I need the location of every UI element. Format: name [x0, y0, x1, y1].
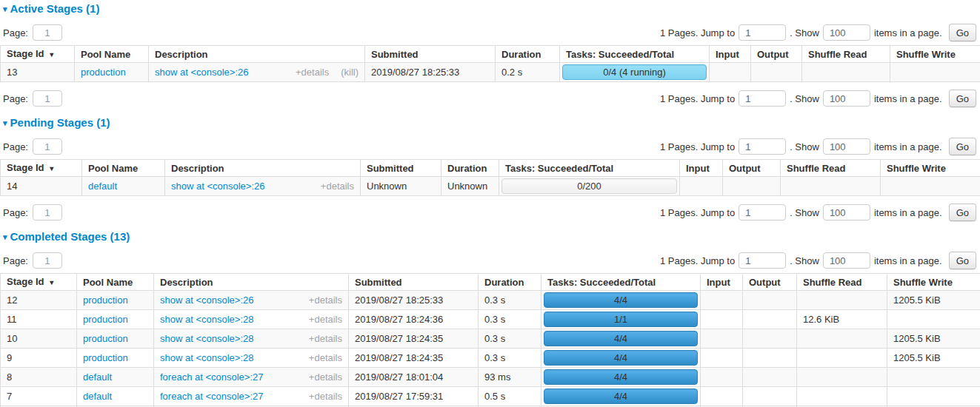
duration-header[interactable]: Duration [441, 160, 499, 177]
submitted-header[interactable]: Submitted [361, 160, 441, 177]
kill-link[interactable]: (kill) [341, 67, 359, 78]
stage-id-header[interactable]: Stage Id ▾ [1, 160, 82, 177]
page-input[interactable] [33, 204, 62, 221]
submitted-header[interactable]: Submitted [349, 274, 479, 291]
output-header[interactable]: Output [751, 46, 802, 63]
description-link[interactable]: foreach at <console>:27 [160, 391, 264, 402]
submitted-cell: Unknown [361, 177, 441, 196]
description-cell: show at <console>:28+details [154, 310, 349, 329]
pending-stages-heading[interactable]: ▾Pending Stages (1) [3, 116, 980, 130]
shuffle-read-header[interactable]: Shuffle Read [802, 46, 890, 63]
description-header[interactable]: Description [154, 274, 349, 291]
jump-to-input[interactable] [739, 24, 786, 41]
pool-name-link[interactable]: production [83, 295, 128, 306]
output-cell [743, 310, 797, 329]
shuffle-write-header[interactable]: Shuffle Write [890, 46, 980, 63]
tasks-cell: 4/4 [541, 368, 701, 387]
description-header[interactable]: Description [165, 160, 361, 177]
input-header[interactable]: Input [710, 46, 751, 63]
shuffle-read-header[interactable]: Shuffle Read [781, 160, 881, 177]
description-cell: show at <console>:26+details [165, 177, 361, 196]
pages-count-text: 1 Pages. Jump to [660, 141, 735, 152]
input-cell [701, 349, 743, 368]
description-link[interactable]: show at <console>:28 [160, 333, 253, 344]
go-button[interactable]: Go [949, 204, 976, 221]
output-header[interactable]: Output [743, 274, 797, 291]
show-count-input[interactable] [823, 252, 870, 269]
show-count-input[interactable] [823, 204, 870, 221]
jump-to-input[interactable] [739, 138, 786, 155]
tasks-header[interactable]: Tasks: Succeeded/Total [499, 160, 680, 177]
jump-to-input[interactable] [739, 90, 786, 107]
pool-name-link[interactable]: default [83, 391, 112, 402]
description-actions: +details [309, 333, 342, 344]
details-toggle[interactable]: +details [309, 314, 342, 325]
pool-name-header[interactable]: Pool Name [77, 274, 154, 291]
details-toggle[interactable]: +details [309, 391, 342, 402]
submitted-header[interactable]: Submitted [365, 46, 496, 63]
go-button[interactable]: Go [949, 90, 976, 107]
go-button[interactable]: Go [949, 252, 976, 269]
shuffle-read-header[interactable]: Shuffle Read [797, 274, 887, 291]
description-link[interactable]: show at <console>:28 [160, 314, 253, 325]
pool-name-header[interactable]: Pool Name [75, 46, 149, 63]
description-header[interactable]: Description [149, 46, 365, 63]
duration-header[interactable]: Duration [479, 274, 541, 291]
jump-to-input[interactable] [739, 204, 786, 221]
active-stages-heading[interactable]: ▾Active Stages (1) [3, 2, 980, 16]
details-toggle[interactable]: +details [309, 352, 342, 363]
details-toggle[interactable]: +details [309, 295, 342, 306]
completed-stages-heading[interactable]: ▾Completed Stages (13) [3, 230, 980, 244]
pagination-controls: 1 Pages. Jump to. Showitems in a page.Go [660, 138, 977, 155]
items-text: items in a page. [874, 255, 942, 266]
description-link[interactable]: foreach at <console>:27 [160, 371, 264, 383]
description-link[interactable]: show at <console>:28 [160, 352, 253, 363]
items-text: items in a page. [874, 93, 942, 104]
page-label: Page: [3, 141, 28, 152]
description-link[interactable]: show at <console>:26 [171, 181, 264, 192]
shuffle-write-header[interactable]: Shuffle Write [887, 274, 980, 291]
description-actions: +details [321, 181, 354, 192]
pool-name-header[interactable]: Pool Name [82, 160, 165, 177]
shuffle-write-header[interactable]: Shuffle Write [881, 160, 980, 177]
go-button[interactable]: Go [949, 24, 976, 41]
stage-id-header[interactable]: Stage Id ▾ [1, 46, 75, 63]
page-input[interactable] [33, 90, 62, 107]
go-button[interactable]: Go [949, 138, 976, 155]
input-header[interactable]: Input [680, 160, 723, 177]
show-count-input[interactable] [823, 138, 870, 155]
show-count-input[interactable] [823, 90, 870, 107]
pool-name-link[interactable]: production [83, 314, 128, 325]
task-progress-bar: 0/4 (4 running) [562, 64, 707, 80]
tasks-header[interactable]: Tasks: Succeeded/Total [560, 46, 710, 63]
show-count-input[interactable] [823, 24, 870, 41]
details-toggle[interactable]: +details [321, 181, 354, 192]
pool-name-link[interactable]: default [83, 371, 112, 383]
table-row: 9productionshow at <console>:28+details2… [1, 349, 980, 368]
input-cell [680, 177, 723, 196]
jump-to-input[interactable] [739, 252, 786, 269]
page-input[interactable] [33, 252, 62, 269]
description-content: show at <console>:26+details(kill) [155, 67, 359, 78]
shuffle-read-cell [797, 291, 887, 310]
page-input[interactable] [33, 138, 62, 155]
shuffle-write-cell [890, 63, 980, 82]
input-header[interactable]: Input [701, 274, 743, 291]
pool-name-link[interactable]: default [88, 181, 117, 192]
stage-id-header[interactable]: Stage Id ▾ [1, 274, 77, 291]
description-link[interactable]: show at <console>:26 [155, 67, 248, 78]
pool-name-cell: production [77, 310, 154, 329]
tasks-header[interactable]: Tasks: Succeeded/Total [541, 274, 701, 291]
page-input[interactable] [33, 24, 62, 41]
details-toggle[interactable]: +details [296, 67, 329, 78]
description-cell: foreach at <console>:27+details [154, 368, 349, 387]
output-cell [751, 63, 802, 82]
description-link[interactable]: show at <console>:26 [160, 295, 253, 306]
pool-name-link[interactable]: production [83, 352, 128, 363]
details-toggle[interactable]: +details [309, 333, 342, 344]
pool-name-link[interactable]: production [83, 333, 128, 344]
output-header[interactable]: Output [723, 160, 781, 177]
pool-name-link[interactable]: production [81, 67, 126, 78]
details-toggle[interactable]: +details [309, 371, 342, 383]
duration-header[interactable]: Duration [496, 46, 560, 63]
